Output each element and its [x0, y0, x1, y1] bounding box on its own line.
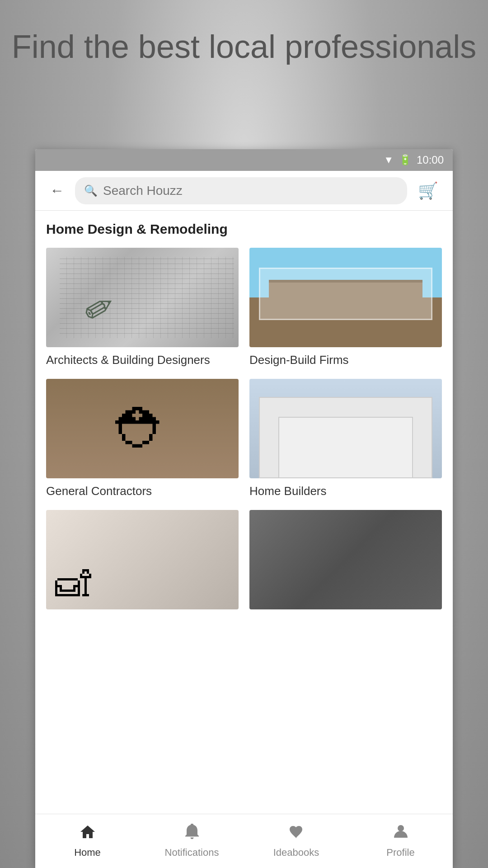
svg-point-0: [398, 825, 404, 831]
category-item-bathroom[interactable]: [249, 510, 442, 615]
category-item-architects[interactable]: Architects & Building Designers: [46, 248, 239, 368]
category-image-contractors: [46, 379, 239, 478]
nav-item-notifications[interactable]: Notifications: [140, 814, 244, 868]
cart-button[interactable]: 🛒: [414, 178, 442, 204]
home-icon: [80, 824, 96, 844]
hero-title: Find the best local professionals: [0, 27, 488, 66]
app-card: ▼ 🔋 10:00 ← 🔍 🛒 Home Design & Remodeling…: [35, 149, 453, 868]
search-icon: 🔍: [84, 184, 98, 197]
category-image-bathroom: [249, 510, 442, 609]
bottom-nav: Home Notifications Ideabooks: [35, 814, 453, 868]
category-label-architects: Architects & Building Designers: [46, 353, 239, 368]
nav-item-home[interactable]: Home: [35, 814, 140, 868]
categories-grid: Architects & Building Designers Design-B…: [46, 248, 442, 615]
nav-label-ideabooks: Ideabooks: [273, 847, 319, 859]
category-label-contractors: General Contractors: [46, 484, 239, 499]
profile-icon: [393, 824, 409, 844]
battery-icon: 🔋: [399, 154, 411, 166]
nav-item-profile[interactable]: Profile: [348, 814, 453, 868]
nav-label-notifications: Notifications: [165, 847, 219, 859]
category-item-home-builders[interactable]: Home Builders: [249, 379, 442, 499]
back-button[interactable]: ←: [46, 179, 68, 203]
status-bar: ▼ 🔋 10:00: [35, 149, 453, 171]
category-label-design-build: Design-Build Firms: [249, 353, 442, 368]
status-time: 10:00: [417, 154, 444, 166]
category-label-home-builders: Home Builders: [249, 484, 442, 499]
wifi-icon: ▼: [384, 154, 394, 166]
category-image-home-builders: [249, 379, 442, 478]
category-item-contractors[interactable]: General Contractors: [46, 379, 239, 499]
search-bar: ← 🔍 🛒: [35, 171, 453, 211]
search-input-wrap[interactable]: 🔍: [75, 177, 407, 204]
ideabooks-icon: [288, 824, 305, 844]
nav-item-ideabooks[interactable]: Ideabooks: [244, 814, 348, 868]
content-area: Home Design & Remodeling Architects & Bu…: [35, 211, 453, 814]
category-item-design-build[interactable]: Design-Build Firms: [249, 248, 442, 368]
category-image-living-room: [46, 510, 239, 609]
search-input[interactable]: [103, 184, 398, 198]
nav-label-home: Home: [74, 847, 101, 859]
nav-label-profile: Profile: [386, 847, 414, 859]
hero-section: Find the best local professionals: [0, 27, 488, 66]
category-item-living-room[interactable]: [46, 510, 239, 615]
category-image-architects: [46, 248, 239, 347]
section-title: Home Design & Remodeling: [46, 222, 442, 237]
notifications-icon: [184, 824, 200, 844]
category-image-design-build: [249, 248, 442, 347]
